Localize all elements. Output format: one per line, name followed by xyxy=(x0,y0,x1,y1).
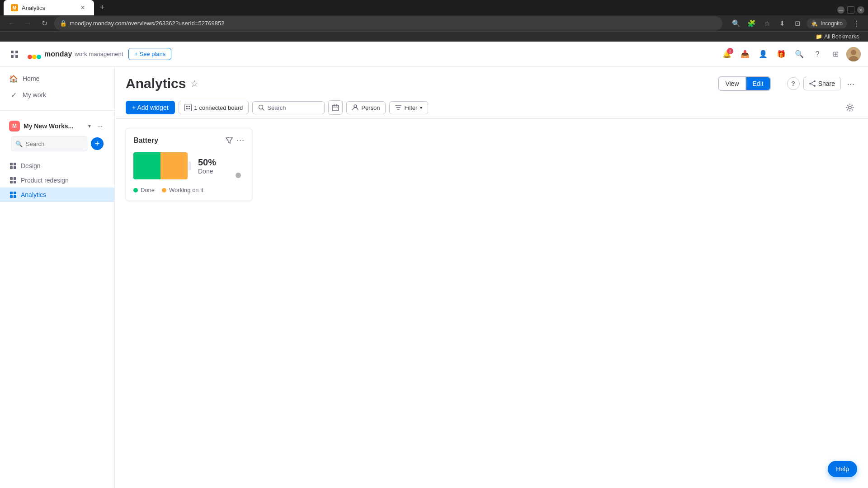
svg-line-25 xyxy=(811,82,814,84)
sidebar-my-work-label: My work xyxy=(23,91,46,99)
extension-icon[interactable]: 🧩 xyxy=(745,17,758,30)
apps-icon[interactable]: ⊞ xyxy=(828,47,843,61)
more-browser-icon[interactable]: ⋮ xyxy=(850,17,863,30)
active-tab[interactable]: M Analytics ✕ xyxy=(4,0,94,15)
svg-rect-11 xyxy=(14,163,16,165)
app-topbar: monday work management + See plans 🔔 3 📥… xyxy=(0,42,868,67)
back-button[interactable]: ← xyxy=(5,17,18,30)
boards-list: Design Product redesign Analytics xyxy=(0,157,114,204)
connected-board-icon xyxy=(184,104,192,111)
workspace-header[interactable]: M My New Works... ▾ ··· xyxy=(5,118,109,134)
share-label: Share xyxy=(818,80,835,87)
sidebar-item-analytics[interactable]: Analytics xyxy=(0,188,114,202)
page-help-button[interactable]: ? xyxy=(787,77,800,90)
address-bar[interactable]: 🔒 moodjoy.monday.com/overviews/263362?us… xyxy=(54,16,722,31)
invite-icon[interactable]: 🎁 xyxy=(774,47,788,61)
user-avatar[interactable] xyxy=(846,47,861,61)
svg-line-32 xyxy=(263,109,264,111)
close-window-button[interactable]: ✕ xyxy=(857,6,864,14)
svg-rect-17 xyxy=(14,181,16,183)
design-board-icon xyxy=(9,162,17,170)
new-tab-button[interactable]: + xyxy=(96,1,108,14)
sidebar-search-row: 🔍 + xyxy=(5,134,109,153)
workspace-name: My New Works... xyxy=(24,122,85,130)
topbar-actions: 🔔 3 📥 👤 🎁 🔍 ? ⊞ xyxy=(720,47,861,61)
filter-label: Filter xyxy=(404,104,417,111)
search-icon[interactable]: 🔍 xyxy=(730,17,742,30)
legend-done-dot xyxy=(133,188,138,192)
toolbar-search-label: Search xyxy=(267,104,286,111)
svg-point-6 xyxy=(37,55,41,59)
all-bookmarks-item[interactable]: 📁 All Bookmarks xyxy=(812,32,863,42)
share-button[interactable]: Share xyxy=(803,77,841,90)
app-container: monday work management + See plans 🔔 3 📥… xyxy=(0,42,868,488)
workspace-chevron-icon: ▾ xyxy=(88,123,91,129)
profile-icon[interactable]: ⊡ xyxy=(791,17,804,30)
help-float-button[interactable]: Help xyxy=(828,461,857,477)
monday-subtitle: work management xyxy=(75,51,123,57)
sidebar-item-my-work[interactable]: ✓ My work xyxy=(0,87,114,103)
product-redesign-board-label: Product redesign xyxy=(21,177,69,184)
monday-logo[interactable]: monday work management xyxy=(27,48,123,61)
add-board-button[interactable]: + xyxy=(91,137,104,150)
tab-close-button[interactable]: ✕ xyxy=(79,4,87,12)
filter-button[interactable]: Filter ▾ xyxy=(389,101,428,114)
legend-working-dot xyxy=(162,188,166,192)
incognito-label: Incognito xyxy=(821,20,843,27)
help-topbar-icon[interactable]: ? xyxy=(810,47,825,61)
sidebar: 🏠 Home ✓ My work M My New Works... ▾ ··· xyxy=(0,67,115,488)
inbox-icon[interactable]: 👤 xyxy=(756,47,770,61)
legend-working: Working on it xyxy=(162,187,203,193)
page-star-icon[interactable]: ☆ xyxy=(190,78,198,89)
edit-button[interactable]: Edit xyxy=(746,77,770,90)
tab-title: Analytics xyxy=(22,5,45,11)
toolbar-search-button[interactable]: Search xyxy=(252,101,325,114)
share-icon xyxy=(809,80,816,87)
apps-grid-button[interactable] xyxy=(7,47,22,61)
page-header-actions: View Edit ? Share ··· xyxy=(718,76,857,91)
sidebar-item-design[interactable]: Design xyxy=(0,159,114,173)
settings-gear-icon xyxy=(846,103,854,112)
page-content: Analytics ☆ View Edit ? Share ··· xyxy=(115,67,868,488)
sidebar-item-product-redesign[interactable]: Product redesign xyxy=(0,173,114,188)
see-plans-button[interactable]: + See plans xyxy=(128,48,171,60)
view-button[interactable]: View xyxy=(718,77,745,90)
svg-point-41 xyxy=(849,106,851,109)
svg-rect-0 xyxy=(11,51,14,53)
minimize-button[interactable]: — xyxy=(837,6,844,14)
toolbar-settings-button[interactable] xyxy=(843,100,857,115)
svg-rect-21 xyxy=(14,195,16,198)
legend-done: Done xyxy=(133,187,155,193)
updates-icon[interactable]: 📥 xyxy=(738,47,752,61)
maximize-button[interactable] xyxy=(847,6,854,14)
bookmarks-icon: 📁 xyxy=(816,33,822,40)
workspace-more-button[interactable]: ··· xyxy=(94,121,105,131)
bookmark-icon[interactable]: ☆ xyxy=(760,17,773,30)
browser-toolbar: ← → ↻ 🔒 moodjoy.monday.com/overviews/263… xyxy=(0,15,868,31)
page-more-button[interactable]: ··· xyxy=(844,77,857,90)
toolbar-calendar-button[interactable] xyxy=(328,100,343,115)
download-icon[interactable]: ⬇ xyxy=(776,17,788,30)
svg-rect-19 xyxy=(14,192,16,194)
svg-point-24 xyxy=(814,85,816,87)
svg-point-8 xyxy=(851,50,856,55)
sidebar-item-home[interactable]: 🏠 Home xyxy=(0,70,114,87)
person-icon xyxy=(352,104,359,111)
notifications-bell[interactable]: 🔔 3 xyxy=(720,47,734,61)
connected-board-button[interactable]: 1 connected board xyxy=(179,101,249,114)
widget-more-button[interactable]: ··· xyxy=(236,136,245,145)
reload-button[interactable]: ↻ xyxy=(38,17,51,30)
incognito-badge[interactable]: 🕵 Incognito xyxy=(807,19,847,28)
toolbar-search-icon xyxy=(258,104,264,111)
svg-rect-14 xyxy=(10,177,13,180)
search-topbar-icon[interactable]: 🔍 xyxy=(792,47,807,61)
widget-filter-icon[interactable] xyxy=(226,137,233,144)
add-widget-button[interactable]: + Add widget xyxy=(126,101,175,114)
person-button[interactable]: Person xyxy=(346,101,386,114)
forward-button[interactable]: → xyxy=(22,17,34,30)
battery-notch xyxy=(189,161,191,170)
monday-wordmark: monday xyxy=(44,50,72,58)
home-icon: 🏠 xyxy=(9,74,18,83)
notification-badge: 3 xyxy=(727,48,733,54)
svg-rect-1 xyxy=(15,51,18,53)
